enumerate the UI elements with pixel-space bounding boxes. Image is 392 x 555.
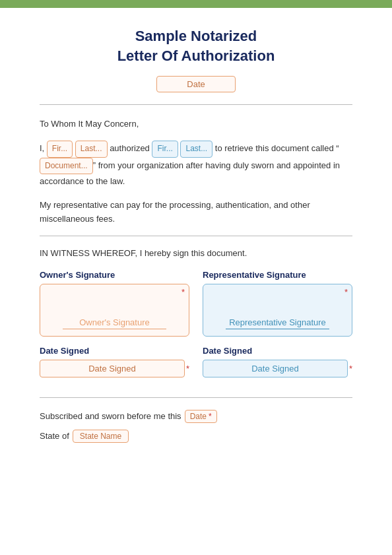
date-signed-section: Date Signed Date Signed * Date Signed Da… [40, 346, 352, 377]
notary-section: Subscribed and sworn before me this Date… [40, 410, 352, 443]
owner-sig-col: Owner's Signature * Owner's Signature [40, 270, 189, 337]
divider-1 [40, 104, 352, 105]
paragraph-2: My representative can pay for the proces… [40, 198, 352, 226]
title-line1: Sample Notarized [135, 28, 257, 44]
rep-date-field[interactable]: Date Signed [203, 360, 348, 377]
date-input[interactable]: Date [156, 76, 236, 92]
notary-date-field[interactable]: Date [190, 412, 207, 421]
rep-sig-col: Representative Signature * Representativ… [203, 270, 352, 337]
state-name-field[interactable]: State Name [73, 430, 129, 443]
rep-sig-required: * [344, 287, 348, 297]
notary-line-2: State of State Name [40, 430, 352, 443]
notary-date-required: * [209, 412, 212, 421]
para1-pre: I, [40, 143, 44, 153]
owner-sig-required: * [181, 287, 185, 297]
divider-3 [40, 397, 352, 398]
notary-pre: Subscribed and sworn before me this [40, 411, 181, 421]
rep-last-field[interactable]: Last... [180, 141, 212, 158]
rep-date-required: * [349, 364, 352, 374]
owner-sig-label: Owner's Signature [40, 270, 189, 280]
owner-date-required: * [186, 364, 189, 374]
state-pre: State of [40, 431, 69, 441]
rep-sig-label: Representative Signature [203, 270, 352, 280]
rep-date-col: Date Signed Date Signed * [203, 346, 352, 377]
owner-last-field[interactable]: Last... [75, 141, 108, 158]
owner-date-col: Date Signed Date Signed * [40, 346, 189, 377]
rep-date-label: Date Signed [203, 346, 352, 356]
signature-section: Owner's Signature * Owner's Signature Re… [40, 270, 352, 337]
divider-2 [40, 236, 352, 236]
owner-sig-placeholder: Owner's Signature [63, 317, 167, 329]
top-bar [0, 0, 392, 8]
owner-date-label: Date Signed [40, 346, 189, 356]
rep-sig-box[interactable]: * Representative Signature [203, 284, 352, 337]
owner-date-field[interactable]: Date Signed [40, 360, 185, 377]
para1-mid: authorized [110, 143, 150, 153]
para1-post: to retrieve this document called “ [215, 143, 339, 153]
paragraph-1: I, Fir... Last... authorized Fir... Last… [40, 141, 352, 189]
rep-first-field[interactable]: Fir... [152, 141, 178, 158]
owner-sig-box[interactable]: * Owner's Signature [40, 284, 189, 337]
date-field-row: Date [40, 76, 352, 92]
notary-line-1: Subscribed and sworn before me this Date… [40, 410, 352, 423]
salutation: To Whom It May Concern, [40, 117, 352, 131]
page-title: Sample Notarized Letter Of Authorization [40, 26, 352, 65]
owner-first-field[interactable]: Fir... [47, 141, 73, 158]
witness-text: IN WITNESS WHEREOF, I hereby sign this d… [40, 248, 352, 258]
title-line2: Letter Of Authorization [117, 48, 275, 64]
document-field[interactable]: Document... [40, 158, 93, 175]
rep-sig-placeholder: Representative Signature [226, 317, 330, 329]
notary-date-wrapper: Date * [185, 410, 217, 423]
